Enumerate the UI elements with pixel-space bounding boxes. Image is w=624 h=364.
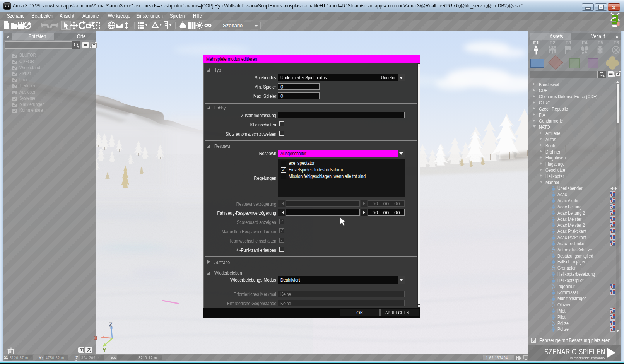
svg-text:Y: Y [103, 347, 106, 353]
svg-text:Z: Z [109, 321, 113, 328]
svg-text:X: X [94, 335, 98, 341]
